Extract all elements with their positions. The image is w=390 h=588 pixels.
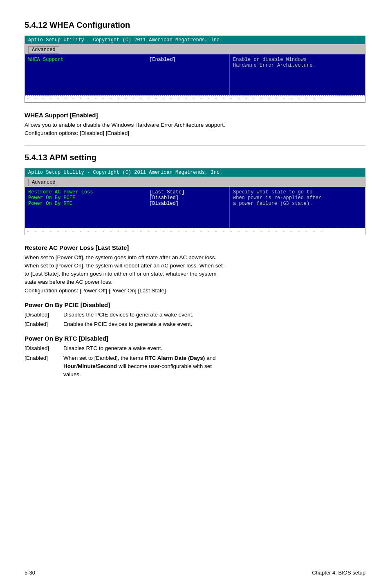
bios-right-513: Specify what state to go towhen power is… [229, 187, 365, 228]
bios-box-512: Aptio Setup Utility - Copyright (C) 2011… [25, 36, 365, 103]
whea-support-heading: WHEA Support [Enabled] [25, 112, 365, 119]
power-rtc-deflist: [Disabled] Disables RTC to generate a wa… [25, 344, 365, 379]
power-rtc-disabled-row: [Disabled] Disables RTC to generate a wa… [25, 344, 365, 352]
bios-left-512: WHEA Support [25, 54, 148, 95]
bios-body-513: Restrore AC Power Loss Power On By PCIE … [25, 187, 365, 228]
bios-tab-512[interactable]: Advanced [28, 46, 59, 54]
restore-ac-heading: Restore AC Power Loss [Last State] [25, 244, 365, 251]
power-pcie-disabled-row: [Disabled] Disables the PCIE devices to … [25, 311, 365, 319]
section-513-heading: 5.4.13 APM setting [25, 153, 365, 162]
power-rtc-heading: Power On By RTC [Disabled] [25, 335, 365, 342]
power-pcie-enabled-desc: Enables the PCIE devices to generate a w… [63, 320, 365, 328]
power-pcie-heading: Power On By PCIE [Disabled] [25, 301, 365, 308]
section-512-heading: 5.4.12 WHEA Configuration [25, 20, 365, 30]
power-pcie-disabled-term: [Disabled] [25, 311, 63, 319]
whea-support-label: WHEA Support [28, 57, 63, 63]
power-on-rtc-value: [Disabled] [149, 201, 228, 206]
bios-tab-513[interactable]: Advanced [28, 179, 59, 186]
power-on-rtc-label: Power On By RTC [28, 201, 144, 206]
restore-ac-label: Restrore AC Power Loss [28, 189, 144, 195]
bios-dashes-512: - - - - - - - - - - - - - - - - - - - - … [25, 95, 365, 102]
power-rtc-enabled-desc: When set to [Eanbled], the items RTC Ala… [63, 354, 365, 379]
section-divider [25, 145, 365, 146]
power-on-pcie-label: Power On By PCIE [28, 195, 144, 201]
bios-left-513: Restrore AC Power Loss Power On By PCIE … [25, 187, 148, 228]
power-pcie-disabled-desc: Disables the PCIE devices to generate a … [63, 311, 365, 319]
bios-dashes-513: - - - - - - - - - - - - - - - - - - - - … [25, 228, 365, 235]
power-rtc-enabled-row: [Enabled] When set to [Eanbled], the ite… [25, 354, 365, 379]
power-pcie-enabled-term: [Enabled] [25, 320, 63, 328]
bios-header-512: Aptio Setup Utility - Copyright (C) 2011… [25, 36, 365, 44]
bios-middle-513: [Last State] [Disabled] [Disabled] [148, 187, 229, 228]
footer-chapter: Chapter 4: BIOS setup [312, 570, 365, 576]
footer-page-number: 5-30 [25, 570, 35, 576]
power-pcie-enabled-row: [Enabled] Enables the PCIE devices to ge… [25, 320, 365, 328]
hour-minute-second-bold: Hour/Minute/Second [63, 363, 117, 369]
bios-middle-512: [Enabled] [148, 54, 229, 95]
bios-right-512: Enable or disable WindowsHardware Error … [229, 54, 365, 95]
bios-box-513: Aptio Setup Utility - Copyright (C) 2011… [25, 168, 365, 235]
restore-ac-description: When set to [Power Off], the system goes… [25, 254, 365, 295]
whea-support-description: Allows you to enable or disable the Wind… [25, 121, 365, 138]
power-pcie-deflist: [Disabled] Disables the PCIE devices to … [25, 311, 365, 329]
bios-header-513: Aptio Setup Utility - Copyright (C) 2011… [25, 168, 365, 177]
power-rtc-enabled-term: [Enabled] [25, 354, 63, 379]
page-footer: 5-30 Chapter 4: BIOS setup [25, 570, 365, 576]
rtc-alarm-date-bold: RTC Alarm Date (Days) [145, 355, 205, 361]
power-on-pcie-value: [Disabled] [149, 195, 228, 201]
power-rtc-disabled-term: [Disabled] [25, 344, 63, 352]
restore-ac-value: [Last State] [149, 189, 228, 195]
bios-body-512: WHEA Support [Enabled] Enable or disable… [25, 54, 365, 95]
power-rtc-disabled-desc: Disables RTC to generate a wake event. [63, 344, 365, 352]
whea-support-value: [Enabled] [149, 57, 176, 63]
